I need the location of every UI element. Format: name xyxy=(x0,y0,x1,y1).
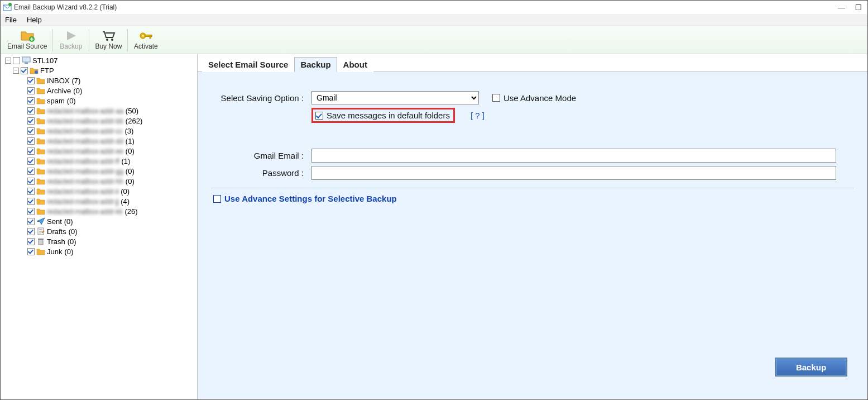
tree-item-count: (0) xyxy=(68,237,76,246)
titlebar: Email Backup Wizard v8.2.2 (Trial) — ❐ ✕ xyxy=(1,1,867,14)
checkbox[interactable] xyxy=(27,117,35,125)
tree-item[interactable]: redacted-mailbox-addr-gg(0) xyxy=(1,166,197,176)
backup-button[interactable]: Backup xyxy=(775,358,847,377)
checkbox[interactable] xyxy=(27,87,35,94)
tree-item[interactable]: redacted-mailbox-addr-bb(262) xyxy=(1,116,197,126)
tree-ftp[interactable]: − FTP xyxy=(1,65,197,75)
checkbox[interactable] xyxy=(27,228,35,235)
checkbox[interactable] xyxy=(27,147,35,155)
help-link[interactable]: [ ? ] xyxy=(471,111,485,120)
tree-item-label: redacted-mailbox-addr-ii xyxy=(47,187,118,196)
checkbox[interactable] xyxy=(27,198,35,205)
checkbox[interactable] xyxy=(21,67,28,74)
checkbox[interactable] xyxy=(27,188,35,195)
checkbox[interactable] xyxy=(27,208,35,215)
advance-mode-label: Use Advance Mode xyxy=(503,93,576,103)
tree-item[interactable]: Trash(0) xyxy=(1,236,197,246)
tree-item[interactable]: spam(0) xyxy=(1,96,197,106)
advance-mode-checkbox[interactable] xyxy=(492,94,500,102)
folder-icon xyxy=(36,107,45,115)
tree-root[interactable]: − STL107 xyxy=(1,55,197,65)
svg-point-7 xyxy=(142,35,145,37)
play-icon xyxy=(64,30,78,42)
tree-item[interactable]: Sent(0) xyxy=(1,216,197,226)
checkbox[interactable] xyxy=(27,107,35,115)
checkbox[interactable] xyxy=(27,97,35,104)
checkbox[interactable] xyxy=(27,248,35,255)
backup-form: Select Saving Option : Gmail Use Advance… xyxy=(198,72,867,399)
tree-item[interactable]: redacted-mailbox-addr-ii(0) xyxy=(1,186,197,196)
checkbox[interactable] xyxy=(27,77,35,84)
tree-item-label: redacted-mailbox-addr-hh xyxy=(47,177,123,185)
tree-item-count: (4) xyxy=(121,197,130,206)
tree-item[interactable]: redacted-mailbox-addr-kk(26) xyxy=(1,206,197,216)
backup-button-toolbar[interactable]: Backup xyxy=(54,27,88,54)
buy-now-button[interactable]: Buy Now xyxy=(90,27,126,54)
selective-backup-checkbox[interactable] xyxy=(213,195,221,203)
key-icon xyxy=(138,30,153,42)
activate-button[interactable]: Activate xyxy=(129,27,162,54)
folder-icon xyxy=(36,207,45,215)
folder-icon xyxy=(36,167,45,175)
tree-item[interactable]: redacted-mailbox-addr-cc(3) xyxy=(1,126,197,136)
folder-icon xyxy=(36,147,45,155)
svg-point-1 xyxy=(8,3,12,6)
checkbox[interactable] xyxy=(27,218,35,225)
email-source-button[interactable]: Email Source xyxy=(3,27,51,54)
tree-item-label: redacted-mailbox-addr-cc xyxy=(47,127,122,135)
tree-item-label: Junk xyxy=(47,247,62,256)
checkbox[interactable] xyxy=(27,127,35,135)
save-default-label: Save messages in default folders xyxy=(327,111,450,120)
tree-item[interactable]: redacted-mailbox-addr-aa(50) xyxy=(1,106,197,116)
tree-item-label: Trash xyxy=(47,237,65,246)
checkbox[interactable] xyxy=(27,168,35,175)
tree-item-count: (262) xyxy=(126,117,142,125)
tree-item[interactable]: redacted-mailbox-addr-jj(4) xyxy=(1,196,197,206)
folder-icon xyxy=(36,177,45,185)
menu-help[interactable]: Help xyxy=(27,16,42,24)
tab-select-email-source[interactable]: Select Email Source xyxy=(202,57,294,72)
svg-point-12 xyxy=(35,70,38,74)
tree-item[interactable]: Archive(0) xyxy=(1,85,197,96)
svg-rect-9 xyxy=(150,35,151,39)
tree-item-label: redacted-mailbox-addr-dd xyxy=(47,137,123,145)
tree-item-label: Sent xyxy=(47,217,62,226)
tree-item[interactable]: redacted-mailbox-addr-ff(1) xyxy=(1,156,197,166)
folder-tree[interactable]: − STL107 − FTP INBOX(7)Archive(0)spam(0)… xyxy=(1,54,198,399)
menu-file[interactable]: File xyxy=(5,16,17,24)
collapse-icon[interactable]: − xyxy=(5,58,11,64)
svg-rect-11 xyxy=(25,63,28,64)
svg-rect-10 xyxy=(22,57,30,62)
tree-item-label: redacted-mailbox-addr-jj xyxy=(47,197,118,206)
password-field[interactable] xyxy=(311,166,836,180)
svg-rect-15 xyxy=(38,239,44,240)
tab-about[interactable]: About xyxy=(337,57,373,72)
minimize-button[interactable]: — xyxy=(838,3,845,12)
tree-item-count: (3) xyxy=(124,127,133,135)
checkbox[interactable] xyxy=(27,137,35,145)
checkbox[interactable] xyxy=(13,57,20,64)
save-default-checkbox[interactable] xyxy=(315,112,323,120)
tree-item[interactable]: redacted-mailbox-addr-dd(1) xyxy=(1,136,197,146)
checkbox[interactable] xyxy=(27,158,35,165)
tab-backup[interactable]: Backup xyxy=(294,57,337,72)
saving-option-label: Select Saving Option : xyxy=(211,93,311,103)
selective-backup-label: Use Advance Settings for Selective Backu… xyxy=(224,194,397,203)
tree-item[interactable]: redacted-mailbox-addr-hh(0) xyxy=(1,176,197,186)
gmail-email-field[interactable] xyxy=(311,149,836,163)
tree-item-count: (0) xyxy=(69,227,78,236)
tree-item-count: (0) xyxy=(126,167,135,175)
tree-item[interactable]: redacted-mailbox-addr-ee(0) xyxy=(1,146,197,156)
tree-item-label: redacted-mailbox-addr-kk xyxy=(47,207,122,216)
maximize-button[interactable]: ❐ xyxy=(855,3,862,12)
svg-rect-14 xyxy=(39,240,43,245)
checkbox[interactable] xyxy=(27,178,35,185)
tree-item[interactable]: INBOX(7) xyxy=(1,75,197,85)
tree-item-label: spam xyxy=(47,97,65,105)
checkbox[interactable] xyxy=(27,238,35,245)
saving-option-select[interactable]: Gmail xyxy=(311,91,479,104)
tree-item[interactable]: Drafts(0) xyxy=(1,226,197,236)
tree-item[interactable]: Junk(0) xyxy=(1,246,197,256)
folder-icon xyxy=(36,237,45,245)
collapse-icon[interactable]: − xyxy=(13,68,19,74)
